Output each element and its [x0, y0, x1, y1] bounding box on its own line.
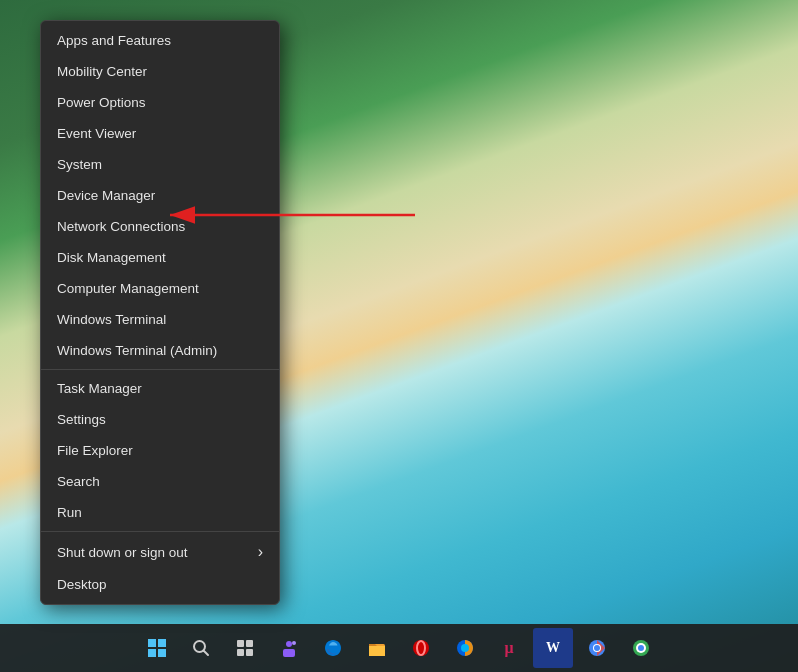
menu-item-label-computer-management: Computer Management: [57, 281, 199, 296]
menu-item-label-power-options: Power Options: [57, 95, 146, 110]
svg-rect-5: [158, 649, 166, 657]
menu-item-shut-down-sign-out[interactable]: Shut down or sign out›: [41, 535, 279, 569]
menu-item-file-explorer[interactable]: File Explorer: [41, 435, 279, 466]
task-view-button[interactable]: [225, 628, 265, 668]
menu-item-label-shut-down-sign-out: Shut down or sign out: [57, 545, 188, 560]
file-explorer-taskbar-icon[interactable]: [357, 628, 397, 668]
teams-icon[interactable]: [269, 628, 309, 668]
menu-item-label-disk-management: Disk Management: [57, 250, 166, 265]
menu-divider: [41, 531, 279, 532]
taskbar: μ W: [0, 624, 798, 672]
menu-divider: [41, 369, 279, 370]
menu-item-run[interactable]: Run: [41, 497, 279, 528]
firefox-icon[interactable]: [445, 628, 485, 668]
menu-item-mobility-center[interactable]: Mobility Center: [41, 56, 279, 87]
svg-rect-13: [283, 649, 295, 657]
svg-point-22: [594, 645, 600, 651]
menu-item-disk-management[interactable]: Disk Management: [41, 242, 279, 273]
search-taskbar-button[interactable]: [181, 628, 221, 668]
menu-item-search[interactable]: Search: [41, 466, 279, 497]
menu-item-windows-terminal[interactable]: Windows Terminal: [41, 304, 279, 335]
menu-item-windows-terminal-admin[interactable]: Windows Terminal (Admin): [41, 335, 279, 366]
svg-point-25: [638, 645, 644, 651]
menu-item-task-manager[interactable]: Task Manager: [41, 373, 279, 404]
menu-item-apps-features[interactable]: Apps and Features: [41, 25, 279, 56]
svg-point-14: [292, 641, 296, 645]
menu-item-settings[interactable]: Settings: [41, 404, 279, 435]
menu-item-label-windows-terminal: Windows Terminal: [57, 312, 166, 327]
start-button[interactable]: [137, 628, 177, 668]
menu-item-label-network-connections: Network Connections: [57, 219, 185, 234]
svg-rect-10: [237, 649, 244, 656]
menu-item-computer-management[interactable]: Computer Management: [41, 273, 279, 304]
menu-item-system[interactable]: System: [41, 149, 279, 180]
menu-item-label-system: System: [57, 157, 102, 172]
menu-item-label-run: Run: [57, 505, 82, 520]
svg-rect-11: [246, 649, 253, 656]
menu-item-label-settings: Settings: [57, 412, 106, 427]
menu-item-device-manager[interactable]: Device Manager: [41, 180, 279, 211]
context-menu: Apps and FeaturesMobility CenterPower Op…: [40, 20, 280, 605]
svg-rect-3: [158, 639, 166, 647]
menu-item-network-connections[interactable]: Network Connections: [41, 211, 279, 242]
menu-item-label-mobility-center: Mobility Center: [57, 64, 147, 79]
svg-point-19: [461, 644, 469, 652]
chrome2-icon[interactable]: [621, 628, 661, 668]
mh-app-icon[interactable]: μ: [489, 628, 529, 668]
edge-icon[interactable]: [313, 628, 353, 668]
opera-icon[interactable]: [401, 628, 441, 668]
svg-rect-4: [148, 649, 156, 657]
menu-item-label-device-manager: Device Manager: [57, 188, 155, 203]
menu-item-event-viewer[interactable]: Event Viewer: [41, 118, 279, 149]
menu-item-label-desktop: Desktop: [57, 577, 107, 592]
word-icon[interactable]: W: [533, 628, 573, 668]
menu-item-label-search: Search: [57, 474, 100, 489]
svg-rect-8: [237, 640, 244, 647]
menu-item-desktop[interactable]: Desktop: [41, 569, 279, 600]
chrome-color-icon[interactable]: [577, 628, 617, 668]
svg-rect-9: [246, 640, 253, 647]
svg-rect-2: [148, 639, 156, 647]
menu-item-power-options[interactable]: Power Options: [41, 87, 279, 118]
menu-item-label-windows-terminal-admin: Windows Terminal (Admin): [57, 343, 217, 358]
svg-point-12: [286, 641, 292, 647]
submenu-arrow-icon: ›: [258, 543, 263, 561]
menu-item-label-file-explorer: File Explorer: [57, 443, 133, 458]
menu-item-label-event-viewer: Event Viewer: [57, 126, 136, 141]
menu-item-label-apps-features: Apps and Features: [57, 33, 171, 48]
svg-point-16: [413, 640, 429, 656]
svg-line-7: [204, 651, 209, 656]
menu-item-label-task-manager: Task Manager: [57, 381, 142, 396]
